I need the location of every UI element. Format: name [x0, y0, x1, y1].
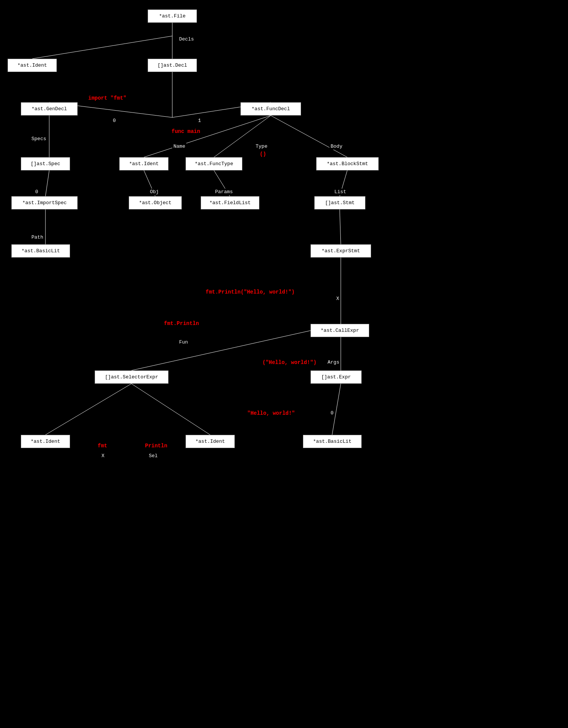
svg-line-19 — [45, 384, 131, 435]
node-ast-exprstmt: *ast.ExprStmt — [311, 244, 371, 258]
node-ast-blockstmt: *ast.BlockStmt — [316, 157, 379, 170]
node-ast-ident-name: *ast.Ident — [119, 157, 169, 170]
node-ast-file: *ast.File — [148, 9, 197, 23]
svg-line-10 — [45, 170, 49, 196]
node-ast-funcdecl: *ast.FuncDecl — [240, 102, 301, 116]
svg-line-2 — [32, 36, 172, 59]
node-x-label-1: X — [335, 295, 340, 302]
node-func-main-label: func main — [170, 128, 201, 135]
node-fmt-println-hello-label: fmt.Println("Hello, world!") — [204, 289, 296, 295]
node-path-label: Path — [30, 234, 44, 241]
node-list-label: List — [333, 189, 347, 195]
node-println-label: Println — [144, 442, 169, 449]
node-ast-selectorexpr: []ast.SelectorExpr — [95, 370, 169, 384]
node-ast-ident-println: *ast.Ident — [186, 435, 235, 448]
node-ast-expr-arr: []ast.Expr — [311, 370, 362, 384]
node-fun-label: Fun — [178, 339, 189, 345]
node-idx0b-label: 0 — [34, 189, 39, 195]
node-fmt-label: fmt — [97, 442, 108, 449]
node-ast-importspec: *ast.ImportSpec — [11, 196, 78, 209]
node-import-fmt-label: import "fmt" — [87, 95, 128, 102]
node-parens-label: () — [259, 151, 267, 158]
node-fmt-println-label: fmt.Println — [163, 320, 200, 327]
node-hello-world-args: ("Hello, world!") — [261, 359, 318, 366]
node-args-label: Args — [326, 359, 340, 366]
node-ast-fieldlist: *ast.FieldList — [201, 196, 259, 209]
node-name-label: Name — [172, 143, 186, 150]
node-obj-label: Obj — [149, 189, 160, 195]
node-ast-basiclit-2: *ast.BasicLit — [303, 435, 362, 448]
node-decls-label: Decls — [178, 36, 195, 42]
node-idx1-label: 1 — [197, 117, 202, 124]
node-idx0-label: 0 — [112, 117, 117, 124]
svg-line-15 — [340, 209, 341, 244]
node-x-label-2: X — [100, 453, 106, 459]
node-ast-ident-top: *ast.Ident — [8, 59, 57, 72]
svg-line-7 — [144, 116, 271, 157]
node-specs-label: Specs — [30, 136, 47, 142]
node-sel-label: Sel — [148, 453, 159, 459]
node-ast-basiclit: *ast.BasicLit — [11, 244, 70, 258]
node-idx0c-label: 0 — [329, 410, 335, 416]
node-ast-spec-arr: []ast.Spec — [21, 157, 70, 170]
node-type-label: Type — [254, 143, 268, 150]
node-ast-gendecl: *ast.GenDecl — [21, 102, 78, 116]
svg-line-21 — [332, 384, 341, 435]
node-hello-world-label: "Hello, world!" — [246, 410, 296, 417]
node-ast-object: *ast.Object — [129, 196, 182, 209]
node-ast-callexpr: *ast.CallExpr — [311, 324, 369, 337]
node-body-label: Body — [329, 143, 343, 150]
svg-line-9 — [271, 116, 347, 157]
node-ast-decl-arr: []ast.Decl — [148, 59, 197, 72]
svg-line-20 — [131, 384, 210, 435]
node-ast-ident-fmt: *ast.Ident — [21, 435, 70, 448]
node-ast-stmt-arr: []ast.Stmt — [314, 196, 365, 209]
node-params-label: Params — [214, 189, 234, 195]
node-ast-functype: *ast.FuncType — [186, 157, 242, 170]
